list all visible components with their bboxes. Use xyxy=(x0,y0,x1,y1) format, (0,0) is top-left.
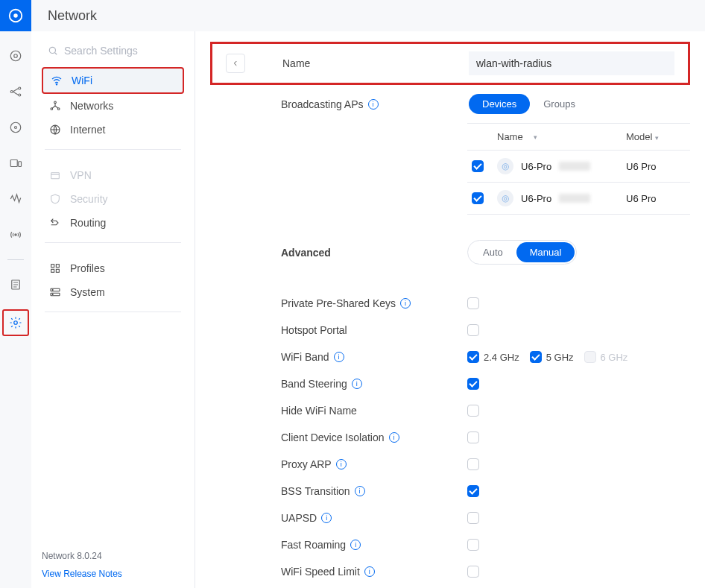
svg-point-27 xyxy=(52,289,53,290)
name-row-highlight: Name xyxy=(210,42,690,85)
bss-checkbox[interactable] xyxy=(467,485,479,497)
hotspot-checkbox[interactable] xyxy=(467,324,479,336)
version-text: Network 8.0.24 xyxy=(42,551,184,561)
vpn-icon xyxy=(49,169,61,181)
rail-settings-icon[interactable] xyxy=(2,309,29,336)
table-row[interactable]: ◎U6-Pro U6 Pro xyxy=(467,151,690,183)
uapsd-label: UAPSDi xyxy=(281,512,467,524)
svg-point-4 xyxy=(10,91,13,93)
ap-name: U6-Pro xyxy=(521,193,551,204)
svg-rect-22 xyxy=(56,265,59,268)
info-icon[interactable]: i xyxy=(336,459,347,470)
steering-checkbox[interactable] xyxy=(467,378,479,390)
sidebar-item-profiles[interactable]: Profiles xyxy=(42,256,184,280)
sidebar-item-system[interactable]: System xyxy=(42,280,184,304)
row-checkbox[interactable] xyxy=(472,160,484,172)
rail-logs-icon[interactable] xyxy=(4,274,27,296)
ppsk-label: Private Pre-Shared Keysi xyxy=(281,297,467,309)
rail-traffic-icon[interactable] xyxy=(4,188,27,210)
chevron-down-icon: ▾ xyxy=(534,133,537,141)
wifi-name-input[interactable] xyxy=(469,51,674,75)
sidebar-item-wifi[interactable]: WiFi xyxy=(42,67,184,94)
wifi-icon xyxy=(51,75,63,86)
row-checkbox[interactable] xyxy=(472,192,484,204)
tab-groups[interactable]: Groups xyxy=(530,94,589,114)
hide-checkbox[interactable] xyxy=(467,405,479,417)
band-6-checkbox xyxy=(584,351,596,363)
redacted-text xyxy=(559,194,590,203)
ap-model: U6 Pro xyxy=(626,161,686,172)
info-icon[interactable]: i xyxy=(321,513,332,523)
tab-devices[interactable]: Devices xyxy=(469,94,530,114)
svg-point-11 xyxy=(15,234,16,235)
search-wrap[interactable] xyxy=(42,40,184,61)
sidebar-item-security[interactable]: Security xyxy=(42,187,184,211)
band-label: WiFi Bandi xyxy=(281,351,467,363)
svg-rect-20 xyxy=(51,173,60,179)
main-panel: Name Broadcasting APs i Devices Groups N… xyxy=(195,31,705,588)
ap-name: U6-Pro xyxy=(521,161,551,172)
fastroam-label: Fast Roamingi xyxy=(281,539,467,551)
profiles-icon xyxy=(49,262,61,274)
rail-dashboard-icon[interactable] xyxy=(4,45,27,67)
band-5-checkbox[interactable] xyxy=(530,351,542,363)
info-icon[interactable]: i xyxy=(334,352,344,362)
sidebar-item-networks[interactable]: Networks xyxy=(42,94,184,118)
sidebar-item-internet[interactable]: Internet xyxy=(42,118,184,142)
info-icon[interactable]: i xyxy=(352,379,362,389)
svg-point-16 xyxy=(54,101,57,104)
system-icon xyxy=(49,286,61,298)
info-icon[interactable]: i xyxy=(368,99,379,110)
sidebar-label: Routing xyxy=(70,217,106,229)
sidebar-item-routing[interactable]: Routing xyxy=(42,211,184,235)
info-icon[interactable]: i xyxy=(355,486,365,496)
sidebar-label: WiFi xyxy=(72,75,92,86)
rail-radio-icon[interactable] xyxy=(4,224,27,246)
settings-sidebar: WiFi Networks Internet VPN Security xyxy=(31,31,195,588)
bss-label: BSS Transitioni xyxy=(281,485,467,497)
svg-point-14 xyxy=(49,47,55,53)
release-notes-link[interactable]: View Release Notes xyxy=(42,569,184,579)
fastroam-checkbox[interactable] xyxy=(467,539,479,551)
proxyarp-label: Proxy ARPi xyxy=(281,458,467,470)
info-icon[interactable]: i xyxy=(389,432,399,443)
sidebar-item-vpn[interactable]: VPN xyxy=(42,163,184,187)
ppsk-checkbox[interactable] xyxy=(467,297,479,309)
speedlimit-checkbox[interactable] xyxy=(467,566,479,578)
svg-point-6 xyxy=(19,94,21,96)
svg-point-13 xyxy=(14,321,18,325)
steering-label: Band Steeringi xyxy=(281,378,467,390)
band-24-checkbox[interactable] xyxy=(467,351,479,363)
rail-topology-icon[interactable] xyxy=(4,80,27,103)
sidebar-label: Profiles xyxy=(70,262,105,274)
isolation-checkbox[interactable] xyxy=(467,431,479,443)
rail-gateway-icon[interactable] xyxy=(4,116,27,139)
info-icon[interactable]: i xyxy=(350,540,361,550)
advanced-tabs: Auto Manual xyxy=(467,240,577,265)
rail-devices-icon[interactable] xyxy=(4,152,27,174)
svg-point-5 xyxy=(19,87,21,89)
app-logo[interactable] xyxy=(0,0,31,31)
search-input[interactable] xyxy=(64,45,178,57)
tab-manual[interactable]: Manual xyxy=(516,242,575,262)
table-row[interactable]: ◎U6-Pro U6 Pro xyxy=(467,183,690,215)
page-title: Network xyxy=(48,8,97,24)
svg-point-3 xyxy=(14,54,18,58)
tab-auto[interactable]: Auto xyxy=(470,242,516,262)
page-header: Network xyxy=(31,0,705,31)
internet-icon xyxy=(49,124,61,136)
proxyarp-checkbox[interactable] xyxy=(467,458,479,470)
info-icon[interactable]: i xyxy=(364,566,375,577)
col-model[interactable]: Model▾ xyxy=(626,131,686,142)
svg-point-2 xyxy=(10,51,21,61)
broadcasting-label: Broadcasting APs i xyxy=(281,98,467,110)
col-name[interactable]: Name▾ xyxy=(497,131,626,142)
back-button[interactable] xyxy=(226,54,245,73)
uapsd-checkbox[interactable] xyxy=(467,512,479,524)
info-icon[interactable]: i xyxy=(400,298,411,309)
sidebar-label: Networks xyxy=(70,100,113,112)
svg-point-1 xyxy=(13,13,18,18)
search-icon xyxy=(48,45,58,57)
sidebar-label: VPN xyxy=(70,169,92,181)
advanced-heading: Advanced xyxy=(281,247,467,259)
